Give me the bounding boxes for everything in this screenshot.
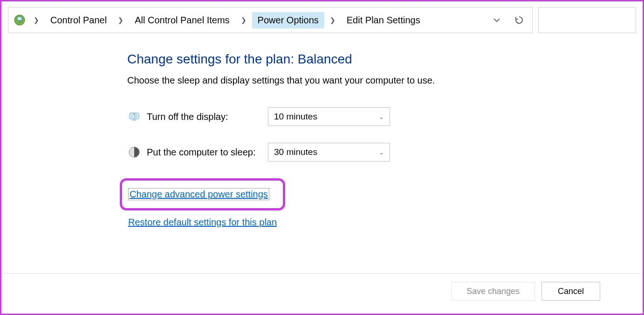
refresh-icon[interactable] [514, 14, 525, 26]
page-subtext: Choose the sleep and display settings th… [127, 75, 467, 86]
chevron-right-icon: ❯ [326, 16, 339, 24]
svg-rect-2 [18, 21, 21, 23]
chevron-right-icon: ❯ [114, 16, 127, 24]
links-section: Change advanced power settings Restore d… [127, 178, 467, 228]
breadcrumb-power-options[interactable]: Power Options [252, 12, 324, 28]
cancel-button[interactable]: Cancel [541, 282, 600, 301]
page-title: Change settings for the plan: Balanced [127, 52, 467, 67]
main-content: Change settings for the plan: Balanced C… [1, 33, 467, 228]
display-off-row: Turn off the display: 10 minutes ⌄ [127, 107, 467, 126]
sleep-icon [127, 145, 141, 159]
breadcrumb-all-items[interactable]: All Control Panel Items [129, 12, 235, 28]
breadcrumb-edit-plan[interactable]: Edit Plan Settings [341, 12, 426, 28]
address-bar[interactable]: ❯ Control Panel ❯ All Control Panel Item… [8, 7, 533, 33]
display-off-label: Turn off the display: [147, 112, 268, 122]
svg-rect-7 [132, 119, 136, 121]
display-icon [127, 110, 141, 124]
footer-buttons: Save changes Cancel [3, 273, 641, 301]
address-bar-row: ❯ Control Panel ❯ All Control Panel Item… [1, 1, 643, 33]
chevron-right-icon: ❯ [237, 16, 250, 24]
svg-rect-1 [17, 17, 22, 21]
control-panel-icon [13, 14, 26, 27]
restore-defaults-link[interactable]: Restore default settings for this plan [128, 217, 277, 227]
chevron-down-icon: ⌄ [379, 149, 384, 156]
chevron-down-icon: ⌄ [379, 113, 384, 120]
save-changes-button: Save changes [451, 282, 535, 301]
sleep-select[interactable]: 30 minutes ⌄ [268, 143, 390, 161]
breadcrumb-control-panel[interactable]: Control Panel [45, 12, 112, 28]
search-input[interactable] [538, 7, 636, 33]
display-off-value: 10 minutes [274, 112, 317, 122]
display-off-select[interactable]: 10 minutes ⌄ [268, 107, 390, 126]
chevron-right-icon: ❯ [30, 16, 43, 24]
annotation-highlight: Change advanced power settings [120, 178, 285, 210]
sleep-row: Put the computer to sleep: 30 minutes ⌄ [127, 143, 467, 161]
chevron-down-icon[interactable] [491, 14, 502, 26]
change-advanced-link[interactable]: Change advanced power settings [129, 189, 269, 200]
sleep-label: Put the computer to sleep: [147, 147, 268, 158]
sleep-value: 30 minutes [274, 147, 317, 157]
